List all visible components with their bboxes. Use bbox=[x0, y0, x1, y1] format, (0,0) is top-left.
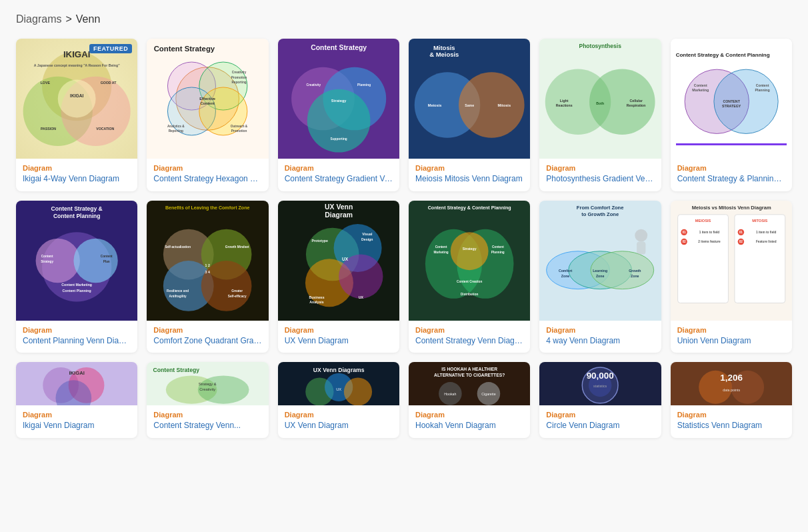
svg-text:Content: Content bbox=[435, 245, 447, 249]
card-title-comfort-zone: Comfort Zone Quadrant Graph bbox=[153, 336, 261, 347]
svg-text:Planning: Planning bbox=[357, 83, 371, 87]
card-title-hex: Content Strategy Hexagon Venn... bbox=[153, 174, 261, 185]
card-thumb-4way-venn: From Comfort Zone to Growth Zone Comfort… bbox=[539, 201, 661, 321]
card-title-union-venn: Union Venn Diagram bbox=[677, 336, 785, 347]
card-title-4way-venn: 4 way Venn Diagram bbox=[546, 336, 654, 347]
card-type-4way-venn: Diagram bbox=[546, 326, 654, 334]
card-type-row3-5: Diagram bbox=[546, 411, 654, 419]
card-photosynthesis[interactable]: Photosynthesis Light Reactions Cellular … bbox=[539, 39, 661, 191]
svg-text:LOVE: LOVE bbox=[41, 81, 51, 85]
svg-text:Self-actualization: Self-actualization bbox=[165, 245, 191, 249]
card-body-comfort-zone: Diagram Comfort Zone Quadrant Graph bbox=[147, 321, 268, 353]
svg-text:IKIGAI: IKIGAI bbox=[63, 49, 91, 59]
svg-text:A Japanese concept meaning "A : A Japanese concept meaning "A Reason For… bbox=[34, 63, 120, 67]
svg-text:Content: Content bbox=[492, 245, 504, 249]
svg-text:UX Venn Diagrams: UX Venn Diagrams bbox=[313, 367, 364, 373]
svg-text:Planning: Planning bbox=[755, 88, 769, 92]
svg-text:data points: data points bbox=[723, 388, 740, 392]
svg-text:Photosynthesis: Photosynthesis bbox=[579, 43, 622, 49]
svg-text:Strategy: Strategy bbox=[331, 99, 347, 103]
svg-text:Outreach &: Outreach & bbox=[231, 125, 248, 128]
card-union-venn[interactable]: Meiosis vs Mitosis Venn Diagram MEIOSIS … bbox=[671, 201, 792, 353]
svg-text:1,206: 1,206 bbox=[720, 373, 743, 383]
breadcrumb-parent[interactable]: Diagrams bbox=[16, 13, 61, 25]
card-body-content-planning2: Diagram Content Planning Venn Diagram bbox=[16, 321, 137, 353]
card-thumb-ikigai: FEATURED IKIGAI A Japanese concept meani… bbox=[16, 39, 137, 159]
svg-text:Self-efficacy: Self-efficacy bbox=[228, 295, 247, 298]
card-type-row3-1: Diagram bbox=[23, 411, 131, 419]
card-title-meiosis: Meiosis Mitosis Venn Diagram bbox=[415, 174, 523, 185]
svg-text:Content: Content bbox=[41, 255, 53, 258]
card-row3-3[interactable]: UX Venn Diagrams UX Diagram UX Venn Diag… bbox=[278, 362, 399, 438]
svg-text:IKIGAI: IKIGAI bbox=[70, 93, 83, 98]
card-type-ikigai: Diagram bbox=[23, 164, 131, 172]
svg-point-3 bbox=[58, 80, 96, 118]
card-content-planning2[interactable]: Content Strategy & Content Planning Cont… bbox=[16, 201, 137, 353]
card-comfort-zone[interactable]: Benefits of Leaving the Comfort Zone Sel… bbox=[147, 201, 268, 353]
card-ux-venn[interactable]: UX Venn Diagram Prototype Visual Design … bbox=[278, 201, 399, 353]
card-title-grad: Content Strategy Gradient Venn... bbox=[285, 174, 393, 185]
card-title-row3-3: UX Venn Diagram bbox=[285, 421, 393, 431]
svg-text:Light: Light bbox=[560, 99, 569, 103]
card-content-planning[interactable]: Content Strategy & Content Planning Cont… bbox=[671, 39, 792, 191]
card-content-strategy-hex[interactable]: Content Strategy Effective Content Creat… bbox=[147, 39, 268, 191]
breadcrumb: Diagrams > Venn bbox=[16, 13, 792, 25]
svg-text:Business: Business bbox=[309, 295, 324, 299]
card-type-row3-6: Diagram bbox=[677, 411, 785, 419]
card-title-row3-4: Hookah Venn Diagram bbox=[415, 421, 523, 431]
card-thumb-photosynthesis: Photosynthesis Light Reactions Cellular … bbox=[539, 39, 661, 159]
svg-point-97 bbox=[451, 232, 489, 270]
svg-text:90,000: 90,000 bbox=[587, 371, 614, 381]
svg-text:Analytics &: Analytics & bbox=[167, 125, 185, 128]
card-row3-1[interactable]: IKIGAI Diagram Ikigai Venn Diagram bbox=[16, 362, 137, 438]
card-content-strategy-grad[interactable]: Content Strategy Creativity Planning Sup… bbox=[278, 39, 399, 191]
card-type-row3-3: Diagram bbox=[285, 411, 393, 419]
svg-rect-117 bbox=[637, 241, 645, 254]
svg-text:Growth: Growth bbox=[629, 269, 641, 273]
card-body-ux-venn: Diagram UX Venn Diagram bbox=[278, 321, 399, 353]
card-4way-venn[interactable]: From Comfort Zone to Growth Zone Comfort… bbox=[539, 201, 661, 353]
card-body-union-venn: Diagram Union Venn Diagram bbox=[671, 321, 792, 353]
card-row3-2[interactable]: Content Strategy Strategy & Creativity D… bbox=[147, 362, 268, 438]
card-row3-5[interactable]: 90,000 statistics Diagram Circle Venn Di… bbox=[539, 362, 661, 438]
svg-point-116 bbox=[635, 229, 648, 241]
svg-text:Prototype: Prototype bbox=[311, 238, 327, 242]
card-body-grad: Diagram Content Strategy Gradient Venn..… bbox=[278, 159, 399, 191]
svg-text:Greater: Greater bbox=[232, 289, 243, 293]
card-thumb-content-strategy-venn: Content Strategy & Content Planning Cont… bbox=[409, 201, 530, 321]
card-ikigai[interactable]: FEATURED IKIGAI A Japanese concept meani… bbox=[16, 39, 137, 191]
card-body-4way-venn: Diagram 4 way Venn Diagram bbox=[539, 321, 661, 353]
svg-text:Same: Same bbox=[465, 103, 474, 107]
svg-text:Promotion: Promotion bbox=[231, 129, 247, 133]
svg-text:GOOD AT: GOOD AT bbox=[101, 81, 117, 85]
card-body-content-planning: Diagram Content Strategy & Planning Ve..… bbox=[671, 159, 792, 191]
card-row3-4[interactable]: IS HOOKAH A HEALTHIER ALTERNATIVE TO CIG… bbox=[409, 362, 530, 438]
card-body-row3-6: Diagram Statistics Venn Diagram bbox=[671, 405, 792, 438]
card-row3-6[interactable]: 1,206 data points Diagram Statistics Ven… bbox=[671, 362, 792, 438]
card-thumb-row3-2: Content Strategy Strategy & Creativity bbox=[147, 362, 268, 405]
svg-text:Creativity: Creativity bbox=[200, 387, 216, 391]
card-type-comfort-zone: Diagram bbox=[153, 326, 261, 334]
svg-text:Resilience and: Resilience and bbox=[167, 289, 189, 293]
card-thumb-row3-6: 1,206 data points bbox=[671, 362, 792, 405]
card-meiosis[interactable]: Mitosis & Meiosis Meiosis Mitosis Same D… bbox=[409, 39, 530, 191]
svg-text:Marketing: Marketing bbox=[692, 88, 709, 92]
card-type-content-planning: Diagram bbox=[677, 164, 785, 172]
svg-text:Cigarette: Cigarette bbox=[481, 392, 495, 396]
card-title-content-planning: Content Strategy & Planning Ve... bbox=[677, 174, 785, 185]
svg-rect-120 bbox=[735, 214, 785, 303]
svg-text:3  4: 3 4 bbox=[205, 270, 210, 274]
card-title-ikigai: Ikigai 4-Way Venn Diagram bbox=[23, 174, 131, 185]
card-thumb-content-planning: Content Strategy & Content Planning Cont… bbox=[671, 39, 792, 159]
svg-text:Meiosis: Meiosis bbox=[428, 103, 442, 107]
svg-text:Both: Both bbox=[597, 101, 605, 105]
svg-text:1  2: 1 2 bbox=[205, 263, 210, 267]
svg-text:Antifragility: Antifragility bbox=[169, 295, 187, 298]
svg-text:IS HOOKAH A HEALTHIER: IS HOOKAH A HEALTHIER bbox=[441, 367, 497, 371]
svg-point-16 bbox=[199, 87, 247, 135]
card-title-photosynthesis: Photosynthesis Gradient Venn D... bbox=[546, 174, 654, 185]
card-thumb-content-planning2: Content Strategy & Content Planning Cont… bbox=[16, 201, 137, 321]
card-content-strategy-venn[interactable]: Content Strategy & Content Planning Cont… bbox=[409, 201, 530, 353]
svg-text:Analysis: Analysis bbox=[309, 300, 324, 304]
svg-text:Planning: Planning bbox=[491, 250, 505, 253]
